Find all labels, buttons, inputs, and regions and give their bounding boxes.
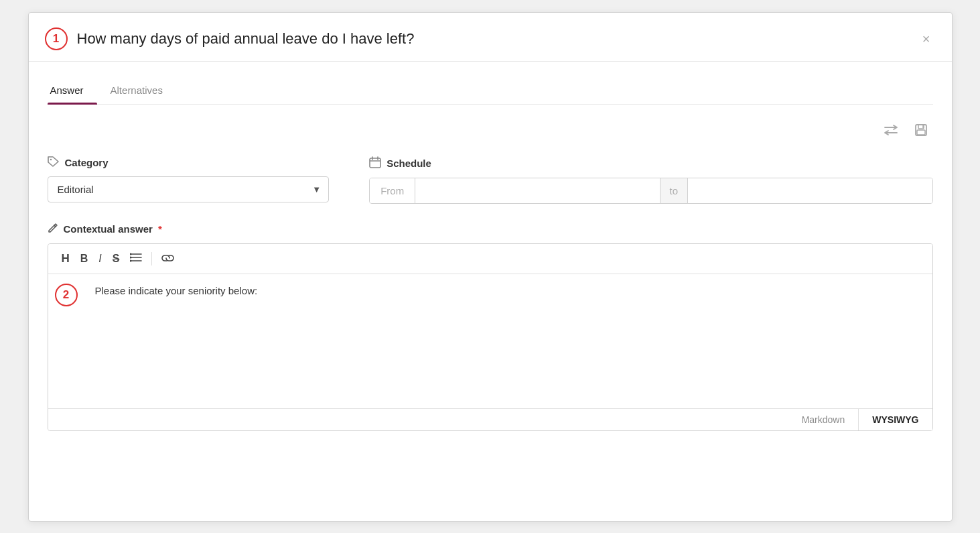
markdown-mode-button[interactable]: Markdown	[788, 409, 859, 430]
modal-header: 1 How many days of paid annual leave do …	[29, 13, 952, 62]
editor-footer: Markdown WYSIWYG	[48, 408, 932, 430]
svg-point-4	[50, 158, 51, 160]
schedule-to-input[interactable]	[688, 178, 932, 203]
category-group: Category Editorial HR Finance Operations…	[48, 156, 330, 202]
save-icon	[914, 123, 928, 137]
required-asterisk: *	[158, 223, 162, 235]
arrows-icon	[884, 124, 898, 136]
edit-icon	[48, 223, 58, 235]
category-label: Category	[48, 156, 330, 170]
link-button[interactable]	[157, 250, 178, 268]
modal-body: Answer Alternatives	[29, 62, 952, 447]
list-button[interactable]	[126, 250, 146, 268]
tab-answer[interactable]: Answer	[48, 78, 97, 104]
list-icon	[130, 253, 142, 262]
link-icon	[161, 254, 174, 262]
schedule-label: Schedule	[369, 156, 932, 171]
tab-alternatives[interactable]: Alternatives	[108, 78, 176, 104]
arrows-button[interactable]	[881, 121, 901, 143]
schedule-calendar-icon	[369, 156, 381, 168]
svg-rect-5	[370, 158, 380, 168]
step-1-badge: 1	[45, 27, 68, 50]
page-title: How many days of paid annual leave do I …	[77, 30, 415, 48]
tag-icon	[48, 156, 60, 170]
from-label: From	[370, 178, 415, 203]
schedule-from-input[interactable]	[415, 178, 659, 203]
editor-body-wrapper: 2	[48, 274, 932, 408]
toolbar-separator	[151, 252, 152, 265]
contextual-answer-section: Contextual answer * H B I S	[48, 223, 933, 431]
bold-button[interactable]: B	[76, 250, 92, 268]
main-modal: 1 How many days of paid annual leave do …	[28, 12, 953, 522]
modal-title-area: 1 How many days of paid annual leave do …	[45, 27, 415, 50]
schedule-group: Schedule From to	[369, 156, 932, 204]
save-button[interactable]	[912, 121, 930, 143]
schedule-row: From to	[369, 178, 932, 204]
category-select-wrapper: Editorial HR Finance Operations ▼	[48, 176, 330, 202]
contextual-edit-icon	[48, 223, 58, 233]
svg-rect-2	[917, 130, 925, 135]
tabs-bar: Answer Alternatives	[48, 78, 933, 105]
category-tag-icon	[48, 156, 60, 167]
strikethrough-button[interactable]: S	[109, 250, 124, 268]
category-select[interactable]: Editorial HR Finance Operations	[48, 176, 330, 202]
editor-container: H B I S	[48, 243, 933, 431]
close-button[interactable]: ×	[917, 29, 936, 48]
to-label: to	[660, 178, 689, 203]
editor-toolbar: H B I S	[48, 244, 932, 274]
contextual-answer-label: Contextual answer *	[48, 223, 933, 235]
editor-content-textarea[interactable]	[84, 274, 932, 408]
italic-button[interactable]: I	[94, 250, 105, 268]
wysiwyg-mode-button[interactable]: WYSIWYG	[859, 409, 932, 430]
form-row: Category Editorial HR Finance Operations…	[48, 156, 933, 204]
toolbar-icons	[48, 121, 933, 143]
calendar-icon	[369, 156, 381, 171]
step-2-badge: 2	[55, 284, 78, 306]
heading-button[interactable]: H	[58, 249, 74, 268]
